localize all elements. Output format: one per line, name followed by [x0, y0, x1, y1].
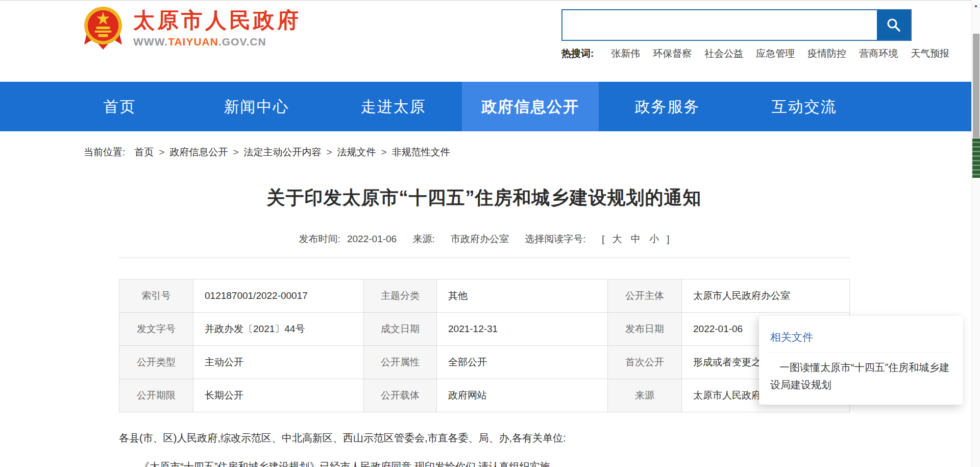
info-value-cell: 政府网站: [437, 379, 608, 412]
article-title: 关于印发太原市“十四五”住房和城乡建设规划的通知: [119, 185, 849, 211]
font-size-large[interactable]: 大: [612, 233, 622, 244]
info-label-cell: 公开类型: [119, 346, 193, 379]
info-label-cell: 索引号: [119, 279, 193, 313]
site-url-www: WWW.: [133, 36, 168, 48]
info-label-cell: 来源: [608, 379, 682, 412]
site-header: 太原市人民政府 WWW.TAIYUAN.GOV.CN 热搜词: 张新伟 环保督察…: [0, 1, 980, 82]
site-logo[interactable]: 太原市人民政府 WWW.TAIYUAN.GOV.CN: [83, 4, 301, 50]
scrollbar-up-button[interactable]: ▲: [972, 0, 980, 11]
related-file-link[interactable]: 一图读懂太原市“十四五”住房和城乡建设局建设规划: [770, 359, 952, 393]
search-icon: [886, 17, 901, 33]
publish-date-value: 2022-01-06: [347, 233, 397, 244]
info-label-cell: 成文日期: [364, 313, 437, 346]
hot-keyword-link[interactable]: 张新伟: [611, 47, 640, 60]
nav-item-gov-services[interactable]: 政务服务: [599, 82, 736, 131]
nav-item-info-disclosure[interactable]: 政府信息公开: [462, 82, 599, 131]
source-value: 市政府办公室: [451, 233, 509, 244]
info-label-cell: 公开期限: [119, 379, 193, 412]
related-files-title: 相关文件: [770, 330, 952, 344]
info-value-cell: 长期公开: [193, 379, 364, 412]
font-size-label: 选择阅读字号:: [525, 233, 585, 244]
national-emblem-icon: [83, 5, 123, 50]
font-size-medium[interactable]: 中: [631, 233, 641, 244]
table-row: 发文字号 并政办发〔2021〕44号 成文日期 2021-12-31 发布日期 …: [119, 313, 850, 346]
breadcrumb-separator: >: [381, 147, 387, 158]
article-meta-row: 发布时间: 2022-01-06 来源: 市政府办公室 选择阅读字号: [ 大 …: [119, 232, 849, 246]
search-button[interactable]: [877, 10, 911, 40]
info-label-cell: 公开载体: [364, 379, 437, 412]
hot-keyword-link[interactable]: 环保督察: [653, 47, 692, 60]
info-label-cell: 公开属性: [364, 346, 437, 379]
scrollbar-thumb[interactable]: [973, 34, 979, 138]
breadcrumb: 当前位置: 首页 > 政府信息公开 > 法定主动公开内容 > 法规文件 > 非规…: [84, 146, 450, 159]
hot-keyword-link[interactable]: 天气预报: [911, 47, 949, 60]
table-row: 索引号 012187001/2022-00017 主题分类 其他 公开主体 太原…: [119, 279, 850, 313]
info-value-cell: 其他: [437, 279, 608, 313]
hot-keyword-link[interactable]: 营商环境: [859, 47, 898, 60]
info-label-cell: 主题分类: [364, 279, 437, 313]
site-name: 太原市人民政府: [133, 8, 301, 33]
info-label-cell: 发文字号: [119, 313, 193, 346]
hot-keyword-link[interactable]: 社会公益: [704, 47, 743, 60]
info-value-cell: 012187001/2022-00017: [193, 279, 364, 313]
info-value-cell: 主动公开: [193, 346, 364, 379]
nav-item-about-taiyuan[interactable]: 走进太原: [325, 82, 462, 131]
breadcrumb-item[interactable]: 法规文件: [337, 146, 376, 159]
site-url: WWW.TAIYUAN.GOV.CN: [133, 36, 301, 48]
breadcrumb-item[interactable]: 法定主动公开内容: [244, 146, 322, 159]
article-paragraph: 各县(市、区)人民政府,综改示范区、中北高新区、西山示范区管委会,市直各委、局、…: [119, 430, 849, 446]
hot-keyword-link[interactable]: 应急管理: [756, 47, 795, 60]
publish-date-label: 发布时间:: [299, 233, 340, 244]
breadcrumb-item[interactable]: 首页: [134, 146, 154, 159]
related-files-popup: 相关文件 一图读懂太原市“十四五”住房和城乡建设局建设规划: [759, 316, 963, 405]
popup-divider: [770, 352, 952, 353]
chevron-up-icon: ▲: [974, 3, 978, 8]
main-nav: 首页 新闻中心 走进太原 政府信息公开 政务服务 互动交流: [0, 82, 980, 131]
info-label-cell: 发布日期: [608, 313, 682, 346]
search-box: [561, 9, 912, 41]
breadcrumb-item[interactable]: 政府信息公开: [169, 146, 228, 159]
nav-item-news[interactable]: 新闻中心: [188, 82, 325, 131]
nav-item-home[interactable]: 首页: [51, 82, 188, 131]
breadcrumb-separator: >: [327, 147, 332, 158]
table-row: 公开类型 主动公开 公开属性 全部公开 首次公开 形成或者变更之日: [119, 346, 850, 379]
site-url-suffix: .GOV.CN: [218, 36, 266, 48]
info-value-cell: 并政办发〔2021〕44号: [193, 313, 364, 346]
font-size-small[interactable]: 小: [649, 233, 659, 244]
site-url-domain: TAIYUAN: [168, 36, 218, 48]
hot-search-label: 热搜词:: [561, 47, 594, 60]
font-size-bracket-close: ]: [667, 233, 669, 244]
font-size-bracket-open: [: [602, 233, 604, 244]
source-label: 来源:: [412, 233, 434, 244]
hot-search-row: 热搜词: 张新伟 环保督察 社会公益 应急管理 疫情防控 营商环境 天气预报: [561, 47, 962, 60]
info-label-cell: 公开主体: [608, 279, 682, 313]
info-label-cell: 首次公开: [608, 346, 682, 379]
table-row: 公开期限 长期公开 公开载体 政府网站 来源 太原市人民政府办公室: [119, 379, 850, 412]
info-value-cell: 全部公开: [437, 346, 608, 379]
hot-keyword-link[interactable]: 疫情防控: [807, 47, 846, 60]
scrollbar-green-marker: [972, 138, 980, 178]
breadcrumb-separator: >: [233, 147, 238, 158]
vertical-scrollbar: ▲: [971, 0, 980, 467]
main-nav-inner: 首页 新闻中心 走进太原 政府信息公开 政务服务 互动交流: [51, 82, 873, 131]
breadcrumb-item[interactable]: 非规范性文件: [392, 146, 450, 159]
breadcrumb-label: 当前位置:: [84, 146, 125, 159]
info-value-cell: 2021-12-31: [437, 313, 608, 346]
search-input[interactable]: [562, 10, 877, 40]
main-content: 当前位置: 首页 > 政府信息公开 > 法定主动公开内容 > 法规文件 > 非规…: [0, 131, 980, 467]
article-paragraph: 《太原市“十四五”住房和城乡建设规划》已经市人民政府同意,现印发给你们,请认真组…: [119, 459, 849, 467]
dashed-divider: [119, 258, 849, 258]
document-info-table: 索引号 012187001/2022-00017 主题分类 其他 公开主体 太原…: [119, 279, 850, 412]
breadcrumb-separator: >: [159, 147, 164, 158]
logo-text: 太原市人民政府 WWW.TAIYUAN.GOV.CN: [133, 4, 301, 48]
info-value-cell: 太原市人民政府办公室: [682, 279, 850, 313]
nav-item-interaction[interactable]: 互动交流: [736, 82, 873, 131]
